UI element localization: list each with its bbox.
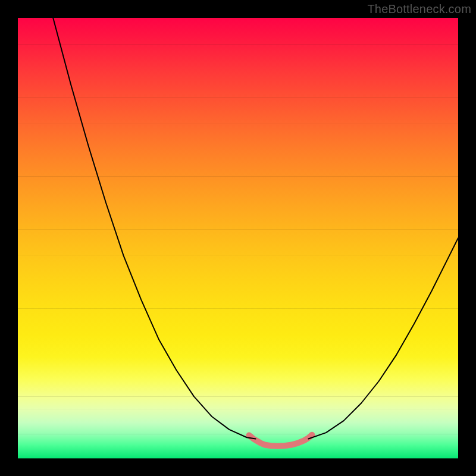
svg-rect-9 [18,256,458,283]
svg-rect-8 [18,229,458,256]
svg-rect-18 [18,434,458,445]
svg-rect-2 [18,71,458,98]
svg-rect-19 [18,445,458,459]
svg-rect-1 [18,44,458,71]
svg-rect-6 [18,176,458,203]
svg-rect-16 [18,410,458,424]
svg-rect-15 [18,396,458,410]
svg-rect-4 [18,124,458,151]
chart-frame: TheBottleneck.com [0,0,476,476]
svg-rect-5 [18,150,458,177]
gradient-background [18,18,458,458]
svg-rect-12 [18,335,458,357]
svg-rect-7 [18,203,458,230]
svg-rect-17 [18,423,458,434]
svg-rect-0 [18,18,458,45]
bottleneck-chart [18,18,458,458]
watermark-text: TheBottleneck.com [367,2,471,16]
svg-rect-3 [18,97,458,124]
svg-rect-10 [18,282,458,309]
svg-rect-11 [18,308,458,335]
svg-rect-14 [18,379,458,397]
